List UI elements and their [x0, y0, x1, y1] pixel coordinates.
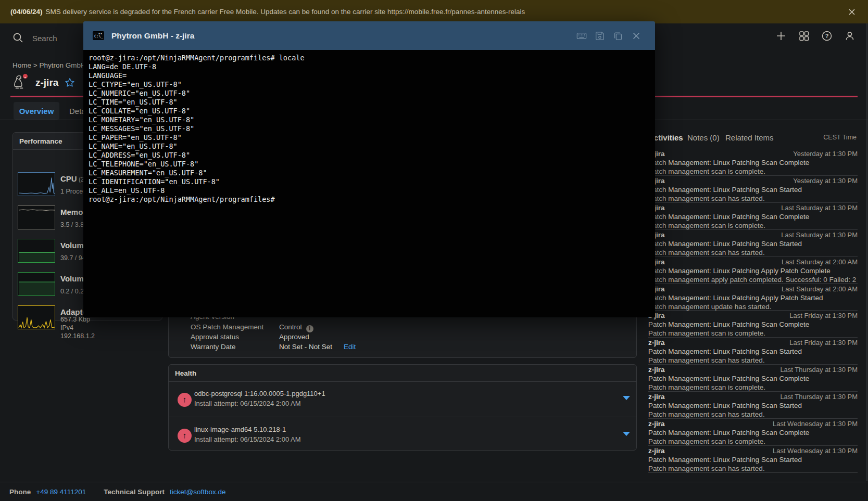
scrollbar[interactable]: [866, 23, 867, 481]
performance-item-detail: 192.168.1.2: [60, 332, 95, 340]
user-icon[interactable]: [844, 30, 856, 42]
device-header: - z-jira: [12, 74, 75, 91]
activity-device-name: z-jira: [648, 447, 665, 455]
detail-row-os-patch-management: OS Patch ManagementControli: [191, 323, 313, 332]
activity-timestamp: Last Saturday at 1:30 PM: [781, 204, 858, 212]
activity-timestamp: Yesterday at 1:30 PM: [793, 177, 858, 185]
notification-banner: (04/06/24) SMS delivery service is degra…: [0, 0, 868, 23]
activity-title: Patch Management: Linux Patching Scan Co…: [648, 320, 809, 328]
timezone-label: CEST Time: [823, 134, 857, 141]
activity-entry: z-jiraLast Wednesday at 1:30 PMPatch Man…: [648, 446, 858, 473]
terminal-app-icon: ▪▪C:\_: [93, 31, 104, 40]
activity-timestamp: Last Wednesday at 1:30 PM: [773, 447, 858, 455]
activity-entry-header: z-jiraLast Friday at 1:30 PM: [648, 312, 858, 319]
activity-device-name: z-jira: [648, 339, 665, 346]
keyboard-icon[interactable]: [576, 31, 587, 41]
activity-entry-header: z-jiraLast Wednesday at 1:30 PM: [648, 420, 858, 428]
activity-title: Patch Management: Linux Patching Scan St…: [648, 402, 802, 409]
health-item-name: linux-image-amd64 5.10.218-1: [194, 426, 286, 433]
terminal-close-icon[interactable]: [631, 31, 641, 41]
help-icon[interactable]: ?: [821, 30, 833, 42]
terminal-controls: [576, 31, 641, 41]
tab-notes[interactable]: Notes (0): [687, 133, 720, 142]
apps-grid-icon[interactable]: [798, 30, 810, 42]
activity-title: Patch Management: Linux Patching Apply P…: [648, 267, 831, 275]
add-icon[interactable]: [775, 30, 787, 42]
performance-item-name: CPU: [60, 174, 77, 183]
activity-title: Patch Management: Linux Patching Scan Co…: [648, 159, 809, 166]
activity-device-name: z-jira: [648, 393, 665, 401]
activity-entry: z-jiraLast Saturday at 1:30 PMPatch Mana…: [648, 203, 858, 230]
activity-entry-header: z-jiraYesterday at 1:30 PM: [648, 177, 858, 185]
detail-value: Approved: [279, 333, 309, 341]
copy-icon[interactable]: [613, 31, 623, 41]
detail-label: Approval status: [191, 333, 279, 341]
activity-timestamp: Last Wednesday at 1:30 PM: [773, 420, 858, 428]
banner-message: SMS delivery service is degraded for the…: [46, 8, 525, 16]
search-icon: [12, 32, 24, 44]
activity-device-name: z-jira: [648, 366, 665, 374]
tab-related-items[interactable]: Related Items: [725, 133, 774, 142]
terminal-output: root@z-jira:/opt/NinjaRMMAgent/programfi…: [83, 50, 655, 208]
detail-row-approval-status: Approval statusApproved: [191, 333, 309, 341]
activity-description: Patch management scan is complete.: [648, 222, 765, 229]
activity-device-name: z-jira: [648, 420, 665, 428]
activity-description: Patch management scan is complete.: [648, 329, 765, 337]
activity-entry: z-jiraLast Friday at 1:30 PMPatch Manage…: [648, 311, 858, 338]
support-email-link[interactable]: ticket@softbox.de: [170, 488, 226, 496]
activity-timestamp: Last Saturday at 1:30 PM: [781, 231, 858, 239]
activity-timestamp: Yesterday at 1:30 PM: [793, 150, 858, 158]
save-icon[interactable]: [595, 31, 605, 41]
activity-entry: z-jiraLast Thursday at 1:30 PMPatch Mana…: [648, 365, 858, 392]
volume-1-sparkline-chart: [18, 239, 55, 263]
favorite-star-icon[interactable]: [65, 78, 75, 88]
chevron-down-icon[interactable]: [623, 396, 630, 400]
health-item[interactable]: ↑odbc-postgresql 1:16.00.0005-1.pgdg110+…: [169, 381, 636, 417]
activity-entry-header: z-jiraLast Thursday at 1:30 PM: [648, 393, 858, 401]
health-item[interactable]: ↑linux-image-amd64 5.10.218-1Install att…: [169, 417, 636, 451]
search-placeholder: Search: [32, 34, 57, 43]
device-name: z-jira: [35, 77, 58, 88]
phone-link[interactable]: +49 89 4111201: [36, 488, 86, 496]
activity-title: Patch Management: Linux Patching Scan St…: [648, 348, 802, 355]
svg-text:?: ?: [825, 33, 829, 39]
activity-title: Patch Management: Linux Patching Scan Co…: [648, 213, 809, 221]
detail-value: Not Set - Not Set: [279, 343, 332, 351]
activity-description: Patch management scan is complete.: [648, 168, 765, 175]
banner-close-icon[interactable]: [847, 7, 857, 17]
activity-description: Patch management scan has started.: [648, 356, 765, 364]
info-icon[interactable]: i: [306, 325, 313, 332]
device-status-badge-icon: -: [22, 73, 29, 80]
adapter-sparkline-chart: [18, 305, 55, 329]
activity-timestamp: Last Friday at 1:30 PM: [789, 339, 858, 346]
activity-timestamp: Last Thursday at 1:30 PM: [780, 366, 858, 374]
tab-overview[interactable]: Overview: [14, 102, 59, 120]
performance-item-detail: IPv4: [60, 324, 73, 331]
activity-description: Patch management scan has started.: [648, 465, 765, 472]
activity-entry: z-jiraYesterday at 1:30 PMPatch Manageme…: [648, 176, 858, 203]
terminal-modal: ▪▪C:\_ Phytron GmbH - z-jira: [83, 21, 655, 317]
activity-title: Patch Management: Linux Patching Scan St…: [648, 240, 802, 248]
cpu-sparkline-chart: [18, 172, 55, 196]
activity-description: Patch management scan has started.: [648, 249, 765, 256]
detail-label: OS Patch Management: [191, 323, 279, 331]
terminal-titlebar[interactable]: ▪▪C:\_ Phytron GmbH - z-jira: [83, 21, 655, 50]
activity-entry: z-jiraLast Saturday at 1:30 PMPatch Mana…: [648, 230, 858, 257]
activity-timestamp: Last Thursday at 1:30 PM: [780, 393, 858, 401]
breadcrumb[interactable]: Home > Phytron GmbH: [12, 61, 86, 69]
terminal-body[interactable]: root@z-jira:/opt/NinjaRMMAgent/programfi…: [83, 50, 655, 317]
edit-link[interactable]: Edit: [344, 343, 356, 351]
chevron-down-icon[interactable]: [623, 432, 630, 436]
activity-description: Patch management update has started.: [648, 303, 771, 311]
activity-timestamp: Last Saturday at 2:00 AM: [782, 285, 858, 293]
volume-2-sparkline-chart: [18, 272, 55, 296]
search-input[interactable]: Search: [12, 31, 57, 45]
activity-entry: z-jiraLast Thursday at 1:30 PMPatch Mana…: [648, 392, 858, 419]
activity-description: Patch management scan has started.: [648, 410, 765, 418]
activity-entry: z-jiraLast Wednesday at 1:30 PMPatch Man…: [648, 419, 858, 446]
activity-description: Patch management scan is complete.: [648, 438, 765, 445]
activity-entry-header: z-jiraLast Saturday at 1:30 PM: [648, 231, 858, 239]
activity-title: Patch Management: Linux Patching Scan Co…: [648, 375, 809, 382]
activity-description: Patch management scan has started.: [648, 195, 765, 202]
activity-entry-header: z-jiraLast Thursday at 1:30 PM: [648, 366, 858, 374]
